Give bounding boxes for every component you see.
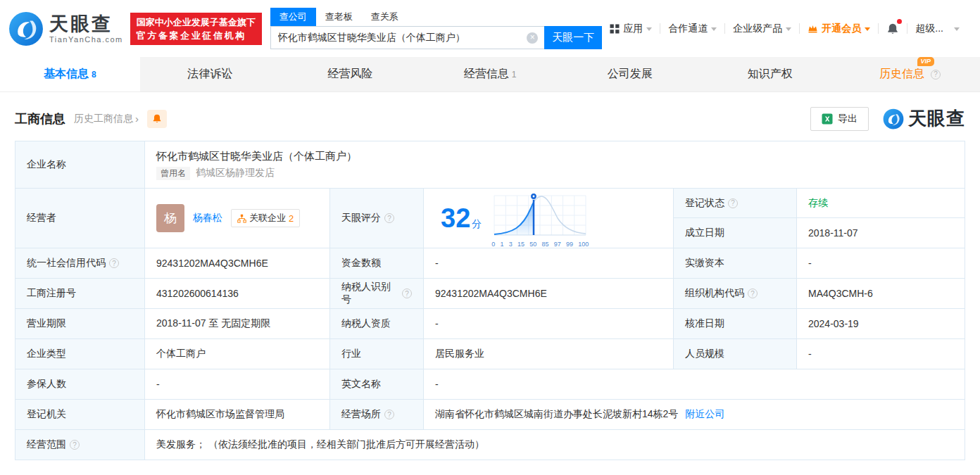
logo-domain: TianYanCha.com xyxy=(49,35,123,44)
detail-tabbar: 基本信息8 法律诉讼 经营风险 经营信息1 公司发展 知识产权 历史信息 VIP… xyxy=(0,57,980,92)
related-companies-button[interactable]: 关联企业 2 xyxy=(231,209,300,227)
top-header: 天眼查 TianYanCha.com 国家中小企业发展子基金旗下 官方备案企业征… xyxy=(0,0,980,57)
label-company-type: 企业类型 xyxy=(15,339,145,369)
tab-operation-info[interactable]: 经营信息1 xyxy=(420,57,560,91)
value-fund-amount: - xyxy=(424,248,674,279)
value-org-code: MA4Q3CMH-6 xyxy=(797,279,965,309)
search-input[interactable] xyxy=(271,32,545,44)
history-business-info-link[interactable]: 历史工商信息 › xyxy=(74,113,139,125)
badge-line-1: 国家中小企业发展子基金旗下 xyxy=(137,15,256,29)
value-business-term: 2018-11-07 至 无固定期限 xyxy=(145,309,330,339)
tianyancha-logo-icon xyxy=(8,11,44,46)
search-type-tabs: 查公司 查老板 查关系 xyxy=(270,8,603,26)
clear-search-icon[interactable]: × xyxy=(527,32,538,44)
help-icon[interactable]: ? xyxy=(931,70,941,80)
search-tab-relation[interactable]: 查关系 xyxy=(362,8,408,26)
value-industry: 居民服务业 xyxy=(424,339,674,369)
help-icon[interactable]: ? xyxy=(402,289,412,298)
logo-title: 天眼查 xyxy=(49,14,123,34)
nav-apps[interactable]: 应用 xyxy=(602,23,660,35)
bell-icon xyxy=(886,23,899,35)
status-badge: 存续 xyxy=(808,197,828,210)
search-button[interactable]: 天眼一下 xyxy=(544,26,602,49)
search-tab-company[interactable]: 查公司 xyxy=(270,8,316,26)
label-approve-date: 核准日期 xyxy=(674,309,797,339)
label-business-scope: 经营范围? xyxy=(15,430,145,460)
value-taxpayer-id: 92431202MA4Q3CMH6E xyxy=(424,279,674,309)
section-title: 工商信息 xyxy=(15,110,65,127)
label-tianyan-score: 天眼评分? xyxy=(330,189,424,248)
help-icon[interactable]: ? xyxy=(728,198,738,208)
score-axis-ticks: 0131550859799100 xyxy=(491,241,589,248)
label-staff-size: 人员规模 xyxy=(674,339,797,369)
table-row: 营业期限 2018-11-07 至 无固定期限 纳税人资质 - 核准日期 202… xyxy=(15,309,965,339)
value-reg-authority: 怀化市鹤城区市场监督管理局 xyxy=(145,400,330,430)
tab-company-development[interactable]: 公司发展 xyxy=(560,57,700,91)
help-icon[interactable]: ? xyxy=(384,213,394,223)
notification-red-dot xyxy=(897,19,902,24)
label-business-term: 营业期限 xyxy=(15,309,145,339)
tab-basic-info[interactable]: 基本信息8 xyxy=(0,57,140,91)
label-industry: 行业 xyxy=(330,339,424,369)
score-number: 32 分 xyxy=(441,205,482,232)
label-taxpayer-id: 纳税人识别号? xyxy=(330,279,424,309)
nav-enterprise-products[interactable]: 企业级产品 xyxy=(725,23,799,35)
section-head: 工商信息 历史工商信息 › 导出 天眼查 xyxy=(15,106,965,131)
label-operator: 经营者 xyxy=(15,189,145,248)
value-staff-size: - xyxy=(797,339,965,369)
help-icon[interactable]: ? xyxy=(384,410,394,419)
chevron-down-icon xyxy=(646,27,652,31)
operator-avatar[interactable]: 杨 xyxy=(156,204,184,232)
nav-cooperation[interactable]: 合作通道 xyxy=(660,23,724,35)
help-icon[interactable]: ? xyxy=(70,440,80,450)
chevron-down-icon xyxy=(786,27,791,31)
value-reg-number: 431202600614136 xyxy=(145,279,330,309)
excel-icon xyxy=(822,113,833,125)
tab-operation-risk[interactable]: 经营风险 xyxy=(280,57,420,91)
monitor-bell-button[interactable] xyxy=(147,110,167,128)
crown-icon xyxy=(808,24,818,33)
brand-certification-badge: 国家中小企业发展子基金旗下 官方备案企业征信机构 xyxy=(130,13,262,45)
tianyancha-logo[interactable]: 天眼查 TianYanCha.com xyxy=(8,11,123,46)
search-tab-boss[interactable]: 查老板 xyxy=(316,8,362,26)
apps-grid-icon xyxy=(610,24,620,34)
chevron-down-icon xyxy=(865,27,870,31)
tianyancha-watermark: 天眼查 xyxy=(883,106,965,131)
value-tianyan-score: 32 分 xyxy=(424,189,674,248)
table-row: 企业类型 个体工商户 行业 居民服务业 人员规模 - xyxy=(15,339,965,369)
org-chart-icon xyxy=(237,214,246,223)
label-fund-amount: 资金数额 xyxy=(330,248,424,279)
label-company-name: 企业名称 xyxy=(15,141,145,189)
value-taxpayer-quality: - xyxy=(424,309,674,339)
label-english-name: 英文名称 xyxy=(330,369,424,400)
company-name-text: 怀化市鹤城区甘晓华美业店（个体工商户） xyxy=(156,150,357,163)
value-insured-count: - xyxy=(145,369,330,400)
search-block: 查公司 查老板 查关系 × 天眼一下 xyxy=(270,8,603,49)
chevron-right-icon: › xyxy=(135,113,139,125)
value-company-type: 个体工商户 xyxy=(145,339,330,369)
nearby-companies-link[interactable]: 附近公司 xyxy=(685,408,724,421)
nav-user-account[interactable]: 超级... xyxy=(907,23,967,35)
help-icon[interactable]: ? xyxy=(109,258,119,268)
label-credit-code: 统一社会信用代码? xyxy=(15,248,145,279)
former-name-tag: 曾用名 xyxy=(156,167,190,180)
value-reg-status: 存续 xyxy=(797,189,965,218)
value-approve-date: 2024-03-19 xyxy=(797,309,965,339)
tab-history-info[interactable]: 历史信息 VIP ? xyxy=(840,57,980,91)
chevron-down-icon xyxy=(954,27,960,31)
operator-name-link[interactable]: 杨春松 xyxy=(193,212,222,224)
nav-open-membership[interactable]: 开通会员 xyxy=(800,23,878,35)
label-reg-status: 登记状态? xyxy=(674,189,797,218)
search-input-wrap: × xyxy=(270,26,545,49)
value-business-scope: 美发服务； （依法须经批准的项目，经相关部门批准后方可开展经营活动） xyxy=(145,430,965,460)
value-premises: 湖南省怀化市鹤城区城南街道办事处长泥坡新村14栋2号 附近公司 xyxy=(424,400,965,430)
tab-legal-litigation[interactable]: 法律诉讼 xyxy=(140,57,280,91)
value-company-name: 怀化市鹤城区甘晓华美业店（个体工商户） 曾用名 鹤城区杨静理发店 xyxy=(145,141,965,189)
table-row: 经营者 杨 杨春松 关联企业 2 登记状态? 存续 xyxy=(15,189,965,248)
notifications-bell[interactable] xyxy=(879,23,907,35)
badge-line-2: 官方备案企业征信机构 xyxy=(137,29,256,42)
help-icon[interactable]: ? xyxy=(748,289,758,298)
tab-intellectual-property[interactable]: 知识产权 xyxy=(700,57,840,91)
label-reg-authority: 登记机关 xyxy=(15,400,145,430)
export-button[interactable]: 导出 xyxy=(810,107,869,131)
